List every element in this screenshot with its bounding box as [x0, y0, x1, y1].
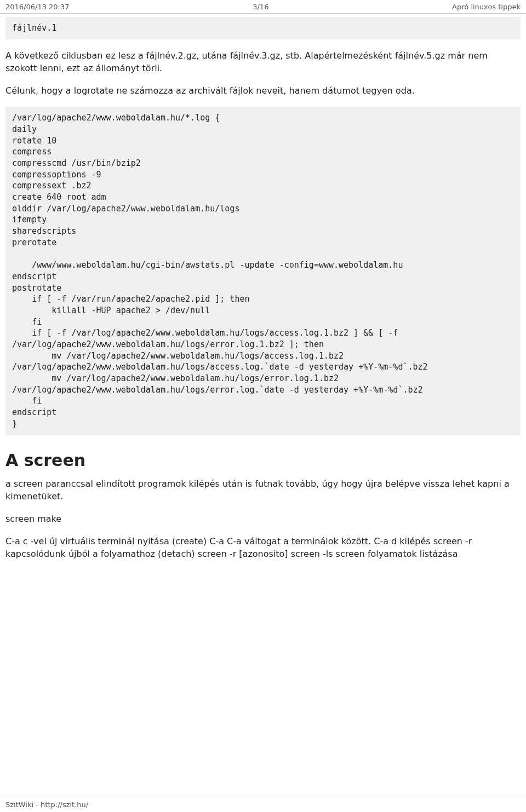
page-header: 2016/06/13 20:37 3/16 Apró linuxos tippe…: [0, 0, 526, 14]
code-block-logrotate: /var/log/apache2/www.weboldalam.hu/*.log…: [5, 107, 521, 435]
paragraph-screen-keys: C-a c -vel új virtuális terminál nyitása…: [5, 535, 521, 560]
page-content: fájlnév.1 A következő ciklusban ez lesz …: [0, 17, 526, 625]
paragraph-cycle: A következő ciklusban ez lesz a fájlnév.…: [5, 49, 521, 74]
page-footer: SzitWiki - http://szit.hu/: [0, 797, 526, 812]
header-timestamp: 2016/06/13 20:37: [5, 3, 70, 11]
paragraph-goal: Célunk, hogy a logrotate ne számozza az …: [5, 84, 521, 97]
paragraph-screen-make: screen make: [5, 512, 521, 525]
footer-text: SzitWiki - http://szit.hu/: [5, 801, 88, 809]
section-heading-screen: A screen: [5, 451, 521, 470]
paragraph-screen-intro: a screen paranccsal elindított programok…: [5, 477, 521, 503]
header-page-number: 3/16: [253, 3, 268, 11]
code-block-filename: fájlnév.1: [5, 17, 521, 39]
header-title: Apró linuxos tippek: [452, 3, 521, 11]
page: 2016/06/13 20:37 3/16 Apró linuxos tippe…: [0, 0, 526, 812]
